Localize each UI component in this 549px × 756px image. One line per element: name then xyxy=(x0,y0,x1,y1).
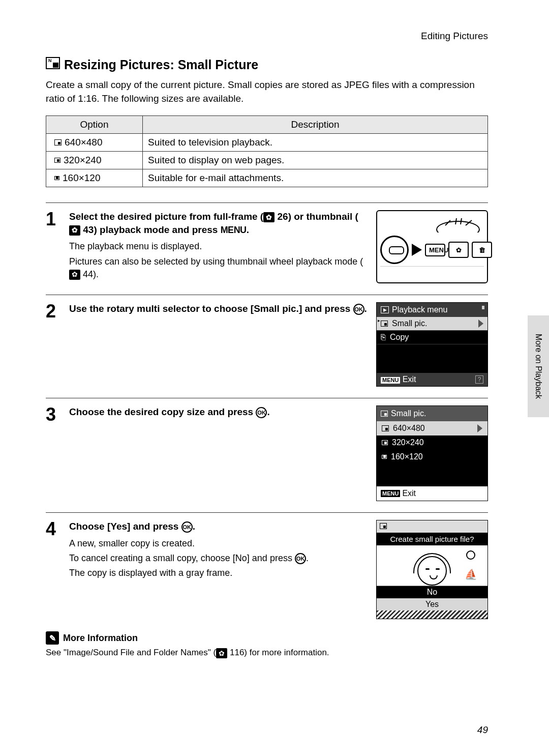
play-icon: ▶ xyxy=(381,306,389,313)
th-option: Option xyxy=(46,116,143,134)
size-320-icon xyxy=(54,158,60,163)
ok-icon: OK xyxy=(256,407,267,418)
svg-point-3 xyxy=(437,221,479,232)
ref-icon: ✿ xyxy=(69,225,80,236)
table-row: 320×240 Suited to display on web pages. xyxy=(46,152,488,169)
size-160-icon xyxy=(54,176,59,180)
step-3: 3 Choose the desired copy size and press… xyxy=(46,405,488,501)
size-icon xyxy=(382,455,387,459)
step-4-screen: Create small picture file? ⛵ No Yes xyxy=(376,520,488,619)
step-1-desc2: Pictures can also be selected by using t… xyxy=(69,255,368,281)
step-4-desc2: To cancel creating a small copy, choose … xyxy=(69,552,368,565)
smallpic-row-icon xyxy=(381,321,388,327)
step-4-desc: A new, smaller copy is created. xyxy=(69,537,368,550)
page: Editing Pictures N Resizing Pictures: Sm… xyxy=(0,0,549,756)
preview-image: ⛵ xyxy=(377,545,487,586)
menu-item-copy[interactable]: ⎘Copy xyxy=(377,331,487,344)
step-3-screen: Small pic. 640×480 320×240 160×120 MENU … xyxy=(376,405,488,501)
step-4: 4 Choose [Yes] and press OK. A new, smal… xyxy=(46,520,488,619)
boat-icon: ⛵ xyxy=(465,568,477,580)
step-number: 1 xyxy=(46,210,61,283)
step-2: 2 Use the rotary multi selector to choos… xyxy=(46,302,488,387)
arrow-right-icon xyxy=(412,244,422,256)
size-icon xyxy=(382,425,389,431)
intro-text: Create a small copy of the current pictu… xyxy=(46,78,488,105)
sun-icon xyxy=(466,550,475,560)
size-640-icon xyxy=(54,139,62,146)
menu-badge: MENU xyxy=(381,490,400,497)
menu-label: MENU xyxy=(221,225,247,235)
step-number: 3 xyxy=(46,405,61,501)
header-section: Editing Pictures xyxy=(0,31,549,42)
th-desc: Description xyxy=(143,116,488,134)
step-1-desc: The playback menu is displayed. xyxy=(69,240,368,253)
page-number: 49 xyxy=(477,724,488,736)
help-icon[interactable]: ? xyxy=(475,375,483,384)
ref-icon: ✿ xyxy=(263,212,274,222)
divider xyxy=(46,398,488,398)
size-option-160[interactable]: 160×120 xyxy=(377,450,487,464)
side-tab: More on Playback xyxy=(528,315,549,417)
trash-button[interactable]: 🗑 xyxy=(472,242,492,258)
ref-icon: ✿ xyxy=(69,270,80,280)
ok-icon: OK xyxy=(295,553,306,564)
step-2-screen: ▶Playback menu ▸Small pic. ⎘Copy MENU Ex… xyxy=(376,302,488,387)
size-option-640[interactable]: 640×480 xyxy=(377,421,487,435)
divider xyxy=(46,512,488,513)
step-2-title: Use the rotary multi selector to choose … xyxy=(69,302,368,315)
chevron-right-icon xyxy=(477,424,482,432)
svg-rect-2 xyxy=(53,63,58,68)
step-number: 4 xyxy=(46,520,61,619)
content-area: N Resizing Pictures: Small Picture Creat… xyxy=(0,57,549,658)
more-info-text: See "Image/Sound File and Folder Names" … xyxy=(46,648,488,658)
options-table: Option Description 640×480 Suited to tel… xyxy=(46,115,488,187)
copy-icon: ⎘ xyxy=(381,333,386,341)
ok-icon: OK xyxy=(353,304,364,315)
table-row: 160×120 Suitable for e-mail attachments. xyxy=(46,169,488,187)
chevron-right-icon xyxy=(478,319,483,328)
menu-item-smallpic[interactable]: ▸Small pic. xyxy=(377,317,487,331)
smallpic-icon xyxy=(381,411,388,417)
step-1-illustration: MENU ✿ 🗑 xyxy=(376,210,488,283)
more-info-heading: ✎ More Information xyxy=(46,631,488,645)
svg-text:N: N xyxy=(48,58,52,63)
step-number: 2 xyxy=(46,302,61,387)
step-4-desc3: The copy is displayed with a gray frame. xyxy=(69,567,368,579)
confirm-question: Create small picture file? xyxy=(377,533,487,545)
table-row: 640×480 Suited to television playback. xyxy=(46,134,488,152)
step-4-title: Choose [Yes] and press OK. xyxy=(69,520,368,533)
step-3-title: Choose the desired copy size and press O… xyxy=(69,405,368,419)
menu-badge: MENU xyxy=(381,377,400,384)
section-title: N Resizing Pictures: Small Picture xyxy=(46,57,488,72)
smallpic-icon xyxy=(380,523,387,529)
option-yes[interactable]: Yes xyxy=(377,598,487,610)
smallpic-icon: N xyxy=(46,57,60,72)
ref-icon: ✿ xyxy=(216,648,227,658)
step-1: 1 Select the desired picture from full-f… xyxy=(46,210,488,283)
menu-button[interactable]: MENU xyxy=(425,244,445,256)
step-1-title: Select the desired picture from full-fra… xyxy=(69,210,368,236)
divider xyxy=(46,295,488,295)
lens-icon xyxy=(380,236,409,264)
size-option-320[interactable]: 320×240 xyxy=(377,435,487,450)
divider xyxy=(46,202,488,203)
size-icon xyxy=(382,440,388,445)
flower-button[interactable]: ✿ xyxy=(448,242,469,258)
info-icon: ✎ xyxy=(46,631,59,645)
option-no[interactable]: No xyxy=(377,586,487,598)
dial-icon xyxy=(435,215,481,232)
ok-icon: OK xyxy=(181,521,193,533)
